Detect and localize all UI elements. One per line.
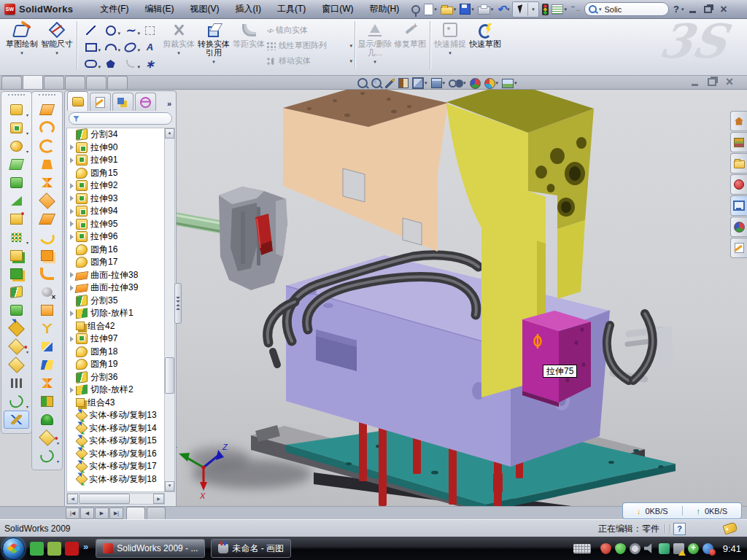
move-entities-button[interactable]: 移动实体	[266, 53, 352, 69]
keyboard-layout-icon[interactable]	[573, 544, 591, 553]
taskbar-task-button[interactable]: SolidWorks 2009 - ...	[96, 539, 205, 558]
scroll-down-icon[interactable]: ▼	[165, 481, 174, 491]
network-speed-widget[interactable]: 0KB/S 0KB/S	[622, 502, 742, 519]
boundary-surface-icon[interactable]	[34, 137, 60, 155]
status-help-button[interactable]: ?	[673, 523, 686, 535]
scheduler-icon[interactable]	[630, 543, 640, 554]
taskbar-task-button[interactable]: 未命名 - 画图	[211, 539, 291, 558]
solidworks-resources-icon[interactable]	[730, 111, 747, 131]
restore-button[interactable]	[702, 4, 714, 15]
feature-tree-item[interactable]: 拉伸94	[67, 205, 164, 218]
panel-splitter[interactable]	[174, 283, 182, 324]
model-canvas[interactable]: X Y Z	[175, 89, 747, 506]
options-button[interactable]	[550, 2, 568, 17]
scrollbar-thumb[interactable]	[79, 494, 130, 504]
design-library-icon[interactable]	[730, 132, 747, 152]
insert-mold-folder-icon[interactable]	[34, 429, 60, 447]
volume-icon[interactable]	[644, 543, 655, 554]
replace-face-icon[interactable]	[34, 301, 60, 319]
ribbon-tab[interactable]	[44, 76, 64, 89]
core-icon[interactable]	[34, 411, 60, 429]
close-button[interactable]	[717, 4, 729, 15]
tree-horizontal-scrollbar[interactable]: ◀ ▶	[66, 493, 165, 505]
gray-clamp-part[interactable]	[219, 187, 287, 290]
lofted-surface-icon[interactable]	[34, 119, 60, 137]
quick-launch-overflow-icon[interactable]	[83, 541, 88, 552]
ribbon-tab[interactable]	[1, 76, 22, 89]
menu-item[interactable]: 插入(I)	[228, 3, 269, 15]
search-input[interactable]	[603, 4, 649, 15]
pin-icon[interactable]	[410, 2, 422, 17]
shell-icon[interactable]	[4, 174, 29, 192]
solidworks-launcher-icon[interactable]	[65, 542, 79, 556]
mirror-entities-button[interactable]: 镜向实体	[266, 23, 352, 38]
toolbar-grip[interactable]	[8, 94, 25, 98]
new-file-icon[interactable]	[422, 2, 438, 17]
menu-item[interactable]: 编辑(E)	[137, 3, 182, 15]
hole-wizard-icon[interactable]	[4, 210, 29, 228]
menu-item[interactable]: 文件(F)	[92, 3, 136, 15]
tooling-split-icon[interactable]	[34, 392, 60, 411]
smart-dimension-button[interactable]: 智能尺寸	[39, 18, 74, 72]
configuration-manager-tab[interactable]	[112, 93, 133, 111]
linear-pattern-icon[interactable]	[4, 228, 29, 246]
custom-properties-icon[interactable]	[730, 238, 747, 258]
apply-scene-icon[interactable]	[484, 77, 499, 90]
rib-icon[interactable]	[4, 155, 29, 174]
feature-tree-item[interactable]: 圆角15	[67, 167, 164, 180]
rebuild-button[interactable]	[541, 2, 550, 17]
trim-entities-button[interactable]: 剪裁实体	[161, 18, 196, 72]
combine-bodies-icon[interactable]	[4, 265, 29, 283]
repair-sketch-button[interactable]: 修复草图	[392, 18, 427, 72]
freeform-surface-icon[interactable]	[34, 174, 60, 192]
ruled-surface-icon[interactable]	[34, 374, 60, 392]
scroll-right-icon[interactable]: ▶	[153, 494, 164, 504]
update-status-icon[interactable]	[703, 543, 713, 554]
feature-tree-item[interactable]: 拉伸96	[67, 230, 164, 244]
draft-icon[interactable]	[4, 192, 29, 210]
save-icon[interactable]	[458, 2, 476, 17]
feature-tree-item[interactable]: 曲面-拉伸39	[67, 281, 164, 295]
extruded-cut-icon[interactable]	[4, 119, 29, 137]
convert-entities-button[interactable]: 转换实体引用	[196, 18, 231, 72]
panel-overflow-button[interactable]: »	[163, 99, 176, 111]
split-icon[interactable]	[4, 283, 29, 301]
delete-face-icon[interactable]	[34, 283, 60, 301]
model-tab[interactable]	[126, 507, 145, 520]
boundary-boss-icon[interactable]	[4, 356, 29, 374]
expand-arrow-icon[interactable]	[69, 195, 76, 201]
menu-item[interactable]: 帮助(H)	[362, 3, 408, 15]
ribbon-tab[interactable]	[23, 74, 43, 89]
feature-tree-item[interactable]: 拉伸95	[67, 218, 164, 231]
doc-minimize-button[interactable]	[689, 76, 700, 88]
tab-scroll-button[interactable]: |◀	[66, 508, 80, 519]
scroll-left-icon[interactable]: ◀	[67, 494, 78, 504]
undo-icon[interactable]	[495, 2, 511, 17]
expand-arrow-icon[interactable]	[69, 183, 76, 189]
design-tree-tab[interactable]	[67, 91, 88, 111]
offset-surface-icon[interactable]	[34, 192, 60, 210]
feature-tree-item[interactable]: 圆角17	[67, 256, 164, 269]
feature-tree-item[interactable]: 切除-放样2	[67, 384, 164, 397]
expand-arrow-icon[interactable]	[69, 209, 76, 214]
feature-tree-item[interactable]: 圆角16	[67, 244, 164, 257]
selection-box-icon[interactable]	[140, 22, 160, 39]
slot-icon[interactable]	[81, 55, 101, 72]
health-shield-icon[interactable]	[688, 543, 699, 554]
dimxpert-manager-tab[interactable]	[135, 93, 156, 111]
toolbar-grip[interactable]	[39, 94, 55, 98]
open-icon[interactable]	[439, 2, 458, 17]
view-palette-icon[interactable]	[730, 195, 747, 216]
minimize-button[interactable]	[686, 4, 699, 15]
scrollbar-thumb[interactable]	[165, 357, 174, 394]
feature-tree-item[interactable]: 拉伸90	[67, 141, 164, 155]
security-shield-icon[interactable]	[615, 543, 626, 554]
doc-restore-button[interactable]	[706, 76, 718, 88]
sketch-fillet-icon[interactable]	[120, 55, 140, 72]
help-button[interactable]: ?	[672, 2, 681, 17]
network-warning-icon[interactable]	[673, 543, 684, 554]
swept-surface-icon[interactable]	[34, 101, 60, 119]
feature-tree-item[interactable]: 分割36	[67, 371, 164, 384]
model-tab[interactable]	[147, 507, 166, 520]
magnifying-glass-icon[interactable]	[385, 77, 395, 90]
